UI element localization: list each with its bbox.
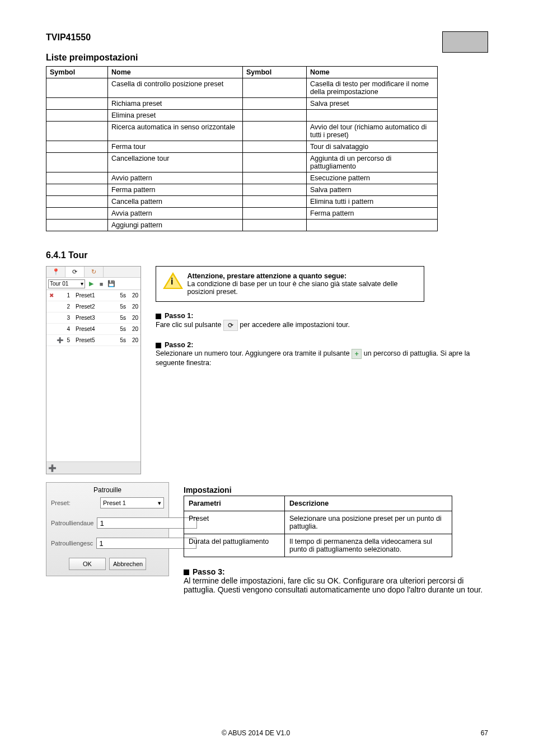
table-cell: Richiama preset <box>108 98 243 110</box>
table-cell: Ferma pattern <box>108 184 243 196</box>
warning-box: i Attenzione, prestare attenzione a quan… <box>156 266 424 302</box>
table-cell: Salva preset <box>307 98 438 110</box>
preset-info-table: Symbol Nome Symbol Nome Casella di contr… <box>46 66 438 231</box>
table-cell: Aggiunta di un percorso di pattugliament… <box>307 153 438 172</box>
preset-row[interactable]: 4Preset45s20 <box>46 324 140 335</box>
param-r1c1: Preset <box>184 511 285 534</box>
table-cell: Casella di testo per modificare il nome … <box>307 78 438 98</box>
table-cell <box>243 184 307 196</box>
tab-pattern[interactable]: ↻ <box>85 267 104 277</box>
preset-speed: 20 <box>126 337 140 343</box>
param-r1c2: Selezionare una posizione preset per un … <box>285 511 452 534</box>
pin-icon: 📍 <box>52 268 60 276</box>
th-symbol-1: Symbol <box>46 67 108 78</box>
warning-body: La condizione di base per un tour è che … <box>187 280 417 296</box>
preset-name: Preset2 <box>70 304 113 310</box>
table-cell: Elimina preset <box>108 110 243 122</box>
step1-label: Passo 1: <box>165 312 193 320</box>
page-footer: © ABUS 2014 DE V1.0 67 <box>46 729 488 737</box>
table-cell: Ferma pattern <box>307 208 438 220</box>
header-grey-box <box>442 31 488 53</box>
table-cell <box>46 141 108 153</box>
tour-panel: 📍 ⟳ ↻ Tour 01 ▾ ▶ ■ 💾 ✖1Preset15s202Pres… <box>46 266 141 474</box>
instruction-column: i Attenzione, prestare attenzione a quan… <box>156 266 488 367</box>
step2-label: Passo 2: <box>165 341 193 349</box>
preset-select-value: Preset 1 <box>103 500 126 506</box>
table-cell: Salva pattern <box>307 184 438 196</box>
table-cell: Esecuzione pattern <box>307 172 438 184</box>
table-cell <box>46 220 108 231</box>
table-cell <box>243 78 307 98</box>
preset-name: Preset5 <box>70 337 113 343</box>
cancel-button[interactable]: Abbrechen <box>109 558 146 570</box>
preset-duration: 5s <box>113 292 126 298</box>
preset-row[interactable]: 3Preset35s20 <box>46 312 140 324</box>
loop-icon: ↻ <box>91 268 96 276</box>
model-label: TVIP41550 <box>46 32 488 43</box>
right-column-lower: Impostazioni Parametri Descrizione Prese… <box>184 482 488 594</box>
plus-icon: + <box>352 349 362 359</box>
ok-button[interactable]: OK <box>69 558 106 570</box>
preset-duration: 5s <box>113 304 126 310</box>
table-cell <box>243 196 307 208</box>
tour-stop-button[interactable]: ■ <box>97 280 105 288</box>
chevron-down-icon: ▾ <box>158 500 161 507</box>
preset-name: Preset1 <box>70 292 113 298</box>
table-cell: Casella di controllo posizione preset <box>108 78 243 98</box>
table-cell: Avvio pattern <box>108 172 243 184</box>
table-cell: Aggiungi pattern <box>108 220 243 231</box>
tab-preset[interactable]: 📍 <box>46 267 65 277</box>
preset-index: 1 <box>64 292 70 298</box>
table-cell <box>46 78 108 98</box>
tour-select[interactable]: Tour 01 ▾ <box>48 279 85 288</box>
table-cell <box>243 172 307 184</box>
table-cell <box>46 196 108 208</box>
patrol-dialog: Patrouille Preset: Preset 1 ▾ Patroullie… <box>46 482 169 576</box>
duration-field-label: Patroulliendaue <box>51 520 93 526</box>
preset-duration: 5s <box>113 315 126 321</box>
preset-row[interactable]: ➕5Preset55s20 <box>46 335 140 346</box>
table-cell <box>243 110 307 122</box>
param-r2c2: Il tempo di permanenza della videocamera… <box>285 534 452 557</box>
preset-speed: 20 <box>126 315 140 321</box>
tab-tour[interactable]: ⟳ <box>65 267 85 277</box>
tour-tab-strip: 📍 ⟳ ↻ <box>46 267 140 278</box>
tour-toolbar: Tour 01 ▾ ▶ ■ 💾 <box>46 278 140 290</box>
tour-save-button[interactable]: 💾 <box>107 280 115 288</box>
row-add-icon[interactable]: ➕ <box>57 337 64 343</box>
param-r2c1: Durata del pattugliamento <box>184 534 285 557</box>
table-cell: Cancellazione tour <box>108 153 243 172</box>
preset-select[interactable]: Preset 1 ▾ <box>100 497 164 508</box>
footer-page: 67 <box>466 729 488 737</box>
preset-row[interactable]: ✖1Preset15s20 <box>46 290 140 301</box>
param-th-1: Parametri <box>184 496 285 511</box>
step2-body: Selezionare un numero tour. Aggiungere o… <box>156 349 488 367</box>
preset-row[interactable]: 2Preset25s20 <box>46 301 140 312</box>
table-cell <box>243 98 307 110</box>
delete-icon[interactable]: ✖ <box>46 292 57 298</box>
table-cell <box>243 122 307 141</box>
table-cell <box>46 153 108 172</box>
table-cell: Avvio del tour (richiamo automatico di t… <box>307 122 438 141</box>
table-cell: Elimina tutti i pattern <box>307 196 438 208</box>
table-cell: Avvia pattern <box>108 208 243 220</box>
table-cell <box>243 208 307 220</box>
th-symbol-2: Symbol <box>243 67 307 78</box>
table-cell <box>46 172 108 184</box>
th-name-1: Nome <box>108 67 243 78</box>
tour-play-button[interactable]: ▶ <box>87 280 95 288</box>
table-cell <box>46 110 108 122</box>
speed-input[interactable] <box>96 538 196 549</box>
preset-index: 4 <box>64 326 70 332</box>
step3-label: Passo 3: <box>193 567 225 576</box>
step-3: Passo 3: <box>184 567 488 576</box>
preset-list: ✖1Preset15s202Preset25s203Preset35s204Pr… <box>46 290 140 464</box>
table-cell <box>46 122 108 141</box>
add-patrol-button[interactable]: ➕ <box>48 464 57 472</box>
preset-index: 2 <box>64 304 70 310</box>
duration-input[interactable] <box>97 517 197 529</box>
table-cell <box>307 110 438 122</box>
dialog-title: Patrouille <box>51 486 164 494</box>
table-cell: Ferma tour <box>108 141 243 153</box>
table-cell: Ricerca automatica in senso orizzontale <box>108 122 243 141</box>
